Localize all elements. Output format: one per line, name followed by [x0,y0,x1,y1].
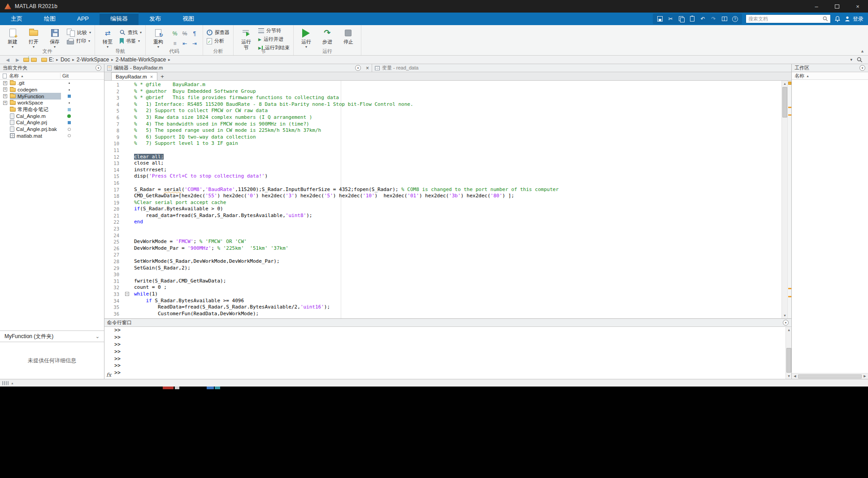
code-line[interactable]: 5% 2) Support to collect FMCW or CW raw … [104,108,781,114]
find-button[interactable]: 查找 ▾ [120,29,142,36]
code-line[interactable]: 30 [104,271,781,278]
scrollbar-thumb[interactable] [798,374,862,378]
collapse-toolstrip-button[interactable]: ▲ [860,49,864,53]
run-section-button[interactable]: 运行 节 [237,26,255,51]
scrollbar-thumb[interactable] [782,87,787,117]
breadcrumb-segment[interactable]: E: [48,56,55,63]
code-line[interactable]: 34 if S_Radar.BytesAvailable >= 4096 [104,298,781,304]
code-line[interactable]: 8% 5) The speed range used in CW mode is… [104,127,781,134]
scroll-left-icon[interactable]: ◀ [792,374,798,378]
back-icon[interactable]: ◀ [4,57,12,62]
details-selector[interactable]: MyFunction (文件夹) ⌄ [0,330,104,342]
new-button[interactable]: 新建 ▾ [4,26,22,49]
profiler-button[interactable]: 探查器 [207,29,230,36]
code-line[interactable]: 10% 7) Support level 1 to 3 IF gain [104,140,781,147]
breadcrumb-separator-icon[interactable]: ▸ [55,57,60,62]
close-button[interactable]: × [847,0,868,13]
tree-item-codegen[interactable]: +codegen [0,87,104,93]
minimize-button[interactable]: – [806,0,827,13]
uncomment-button[interactable]: % [180,29,189,38]
run-and-advance-button[interactable]: ▶ 运行并进 [258,36,290,43]
tree-item-常用命令笔记[interactable]: 常用命令笔记 [0,106,104,113]
step-button[interactable]: ↷ 步进 [318,26,336,45]
compare-button[interactable]: 比较 ▾ [67,29,91,36]
recent-folders-icon[interactable]: ▾ [850,57,852,62]
code-line[interactable]: 17S_Radar = serial('COM8','BaudRate',115… [104,187,781,193]
breadcrumb-separator-icon[interactable]: ▸ [167,57,172,62]
comment-button[interactable]: % [170,29,179,38]
run-button[interactable]: 运行 ▾ [297,26,315,49]
qat-layout-button[interactable] [720,14,729,23]
command-prompt-line[interactable]: >> [104,327,791,334]
column-separator[interactable] [60,73,61,78]
code-line[interactable]: 29SetGain(S_Radar,2); [104,265,781,272]
panel-menu-button[interactable]: ▾ [355,65,361,71]
code-line[interactable]: 36 CustomerFun(ReadData,DevWorkMode); [104,311,781,317]
ribbon-tab-绘图[interactable]: 绘图 [33,13,66,25]
save-button[interactable]: 保存 ▾ [46,26,64,49]
refactor-button[interactable]: 重构 ▾ [149,26,167,49]
code-line[interactable]: 35 ReadData=fread(S_Radar,S_Radar.BytesA… [104,304,781,311]
qat-undo-button[interactable]: ↶ [698,14,707,23]
code-line[interactable]: 25DevWorkMode = 'FMCW'; % 'FMCW' OR 'CW' [104,239,781,245]
code-line[interactable]: 22end [104,219,781,226]
breadcrumb-segment[interactable]: 2-Matble-WorkSpace [115,56,167,63]
command-prompt-line[interactable]: >> [104,356,791,363]
code-line[interactable]: 2% * @author Buyu Embedded Software Grou… [104,88,781,95]
code-line[interactable]: 12clear all; [104,154,781,161]
tree-item-.git[interactable]: +.git [0,80,104,87]
code-line[interactable]: 28SetWorkMode(S_Radar,DevWorkMode,DevWor… [104,258,781,265]
breadcrumb-separator-icon[interactable]: ▸ [110,57,115,62]
code-line[interactable]: 1% * @file BayuRadar.m [104,82,781,88]
expand-icon[interactable]: + [3,94,7,98]
warning-tick-icon[interactable] [788,107,791,108]
workspace-horizontal-scrollbar[interactable]: ◀ ▶ [792,373,868,379]
bookmark-button[interactable]: 书签 ▾ [120,38,142,44]
code-line[interactable]: 20if(S_Radar.BytesAvailable > 0) [104,206,781,213]
command-prompt-line[interactable]: >> [104,348,791,356]
ribbon-tab-主页[interactable]: 主页 [0,13,33,25]
workspace-name-column[interactable]: 名称 [794,73,804,79]
breadcrumb-segment[interactable]: Doc [60,56,71,63]
notifications-bell-icon[interactable] [834,16,841,22]
tree-item-Cal_Angle.prj.bak[interactable]: Cal_Angle.prj.bak [0,126,104,133]
panel-menu-button[interactable]: ▾ [783,320,789,326]
analyze-button[interactable]: 分析 [207,38,230,44]
tree-item-Cal_Angle.prj[interactable]: Cal_Angle.prj [0,119,104,126]
code-line[interactable]: 24 [104,232,781,239]
breadcrumb-separator-icon[interactable]: ▸ [71,57,76,62]
scroll-right-icon[interactable]: ▶ [862,374,868,378]
scroll-up-icon[interactable]: ▲ [786,327,791,333]
search-folder-icon[interactable] [857,57,863,63]
qat-help-button[interactable]: ? [730,14,740,23]
ribbon-tab-APP[interactable]: APP [66,13,100,25]
code-line[interactable]: 27 [104,252,781,258]
tree-item-workSpace[interactable]: +workSpace [0,100,104,106]
forward-icon[interactable]: ▶ [13,57,22,62]
ribbon-tab-编辑器[interactable]: 编辑器 [100,13,139,25]
qat-save-button[interactable] [655,14,664,23]
open-button[interactable]: 打开 ▾ [25,26,43,49]
tree-item-MyFunction[interactable]: +MyFunction [0,93,104,100]
command-prompt-line[interactable]: >> [104,362,791,369]
warning-tick-icon[interactable] [788,296,791,297]
doc-search-input[interactable] [748,16,823,22]
smart-indent-button[interactable]: ≡ [170,39,179,48]
ribbon-tab-视图[interactable]: 视图 [172,13,205,25]
panel-menu-button[interactable]: ▾ [859,65,865,71]
expand-icon[interactable]: + [3,81,7,85]
code-line[interactable]: 23 [104,226,781,232]
code-line[interactable]: 16 [104,180,781,187]
print-button[interactable]: 打印 ▾ [67,38,91,44]
name-column-header[interactable]: 名称 [9,73,19,79]
git-column-header[interactable]: Git [62,73,69,78]
expand-icon[interactable]: + [3,87,7,91]
command-prompt-line[interactable]: >> [104,369,791,377]
qat-paste-button[interactable] [687,14,697,23]
code-line[interactable]: 32count = 0 ; [104,284,781,291]
code-line[interactable]: 4% 1) Interface: RS485 115200 BaudRate -… [104,101,781,108]
indent-button[interactable]: ⇥ [190,39,199,48]
code-line[interactable]: 14instrreset; [104,167,781,174]
stop-button[interactable]: 停止 [339,26,357,45]
scroll-down-icon[interactable]: ▼ [786,373,791,379]
